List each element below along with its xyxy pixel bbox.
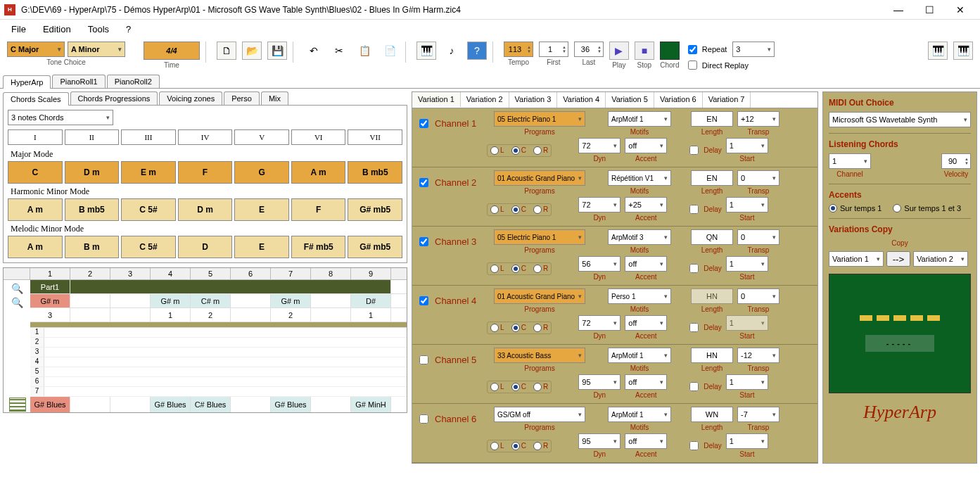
chord-Bmb5[interactable]: B mb5 — [65, 198, 120, 221]
motif-combo-2[interactable]: Répétition V1▾ — [608, 170, 671, 186]
transp-combo-2[interactable]: 0▾ — [737, 170, 779, 186]
roman-VI[interactable]: VI — [291, 129, 346, 145]
keyboard1-button[interactable]: 🎹 — [928, 42, 948, 60]
channel-enable-5[interactable] — [419, 355, 428, 364]
pan-l-1[interactable] — [490, 146, 499, 155]
length-combo-5[interactable]: HN — [691, 348, 733, 363]
delay-check-2[interactable] — [689, 205, 699, 214]
program-combo-2[interactable]: 01 Acoustic Grand Piano▾ — [494, 170, 585, 186]
chord-Am[interactable]: A m — [8, 198, 63, 221]
variation-tab-6[interactable]: Variation 6 — [654, 92, 703, 108]
new-button[interactable]: 🗋 — [217, 42, 236, 60]
length-combo-3[interactable]: QN — [691, 229, 733, 245]
chord-E[interactable]: E — [234, 198, 289, 221]
chord-F[interactable]: F — [291, 198, 346, 221]
minimize-button[interactable]: — — [883, 0, 914, 20]
pan-r-5[interactable] — [533, 383, 542, 391]
repeat-check[interactable] — [688, 45, 697, 54]
roman-VII[interactable]: VII — [348, 129, 402, 145]
ladder-icon[interactable] — [9, 398, 26, 412]
chord-Bm[interactable]: B m — [65, 236, 120, 258]
pan-l-4[interactable] — [490, 324, 499, 332]
chord-Dm[interactable]: D m — [178, 198, 233, 221]
cut-button[interactable]: ✂ — [329, 42, 349, 60]
delay-check-5[interactable] — [689, 382, 699, 391]
start-combo-6[interactable]: 1▾ — [726, 433, 768, 449]
start-combo-4[interactable]: 1▾ — [726, 315, 768, 331]
channel-enable-4[interactable] — [419, 296, 428, 305]
menu-help[interactable]: ? — [126, 24, 131, 34]
grid-cell[interactable]: C# m — [191, 294, 231, 307]
blues-cell[interactable]: C# Blues — [191, 397, 231, 412]
accent-combo-3[interactable]: off▾ — [625, 256, 667, 272]
blues-cell[interactable]: G# Blues — [30, 397, 70, 412]
program-combo-3[interactable]: 05 Electric Piano 1▾ — [494, 229, 585, 245]
copy-to-combo[interactable]: Variation 2▾ — [913, 251, 968, 267]
pan-r-3[interactable] — [533, 265, 542, 273]
grid-cell[interactable]: 1 — [151, 308, 191, 322]
menu-edition[interactable]: Edition — [43, 24, 71, 34]
motif-combo-1[interactable]: ArpMotif 1▾ — [608, 111, 671, 127]
dyn-combo-1[interactable]: 72▾ — [578, 138, 621, 153]
chord-Bmb5[interactable]: B mb5 — [348, 161, 402, 184]
variation-tab-2[interactable]: Variation 2 — [461, 92, 509, 108]
length-combo-4[interactable]: HN — [691, 288, 733, 304]
chord-type-combo[interactable]: 3 notes Chords▾ — [8, 110, 113, 125]
chord-C[interactable]: C — [8, 161, 63, 184]
variation-tab-3[interactable]: Variation 3 — [509, 92, 558, 108]
channel-enable-2[interactable] — [419, 178, 428, 187]
pan-l-3[interactable] — [490, 265, 499, 273]
grid-cell[interactable] — [311, 294, 351, 307]
blues-cell[interactable] — [110, 397, 151, 412]
note-button[interactable]: ♪ — [442, 42, 462, 60]
pan-l-6[interactable] — [490, 442, 499, 450]
pan-c-2[interactable] — [511, 205, 520, 214]
roman-III[interactable]: III — [121, 129, 176, 145]
blues-cell[interactable]: G# Blues — [151, 397, 191, 412]
paste-button[interactable]: 📄 — [380, 42, 400, 60]
transp-combo-1[interactable]: +12▾ — [737, 111, 779, 127]
grid-cell[interactable] — [110, 308, 151, 322]
grid-cell[interactable]: G# m — [151, 294, 191, 307]
pan-r-2[interactable] — [533, 205, 542, 214]
grid-cell[interactable] — [311, 308, 351, 322]
tab-hyperarp[interactable]: HyperArp — [3, 75, 51, 89]
help-button[interactable]: ? — [467, 42, 487, 60]
transp-combo-6[interactable]: -7▾ — [737, 407, 779, 422]
accent-opt1-radio[interactable] — [829, 204, 837, 212]
dyn-combo-6[interactable]: 95▾ — [578, 433, 621, 449]
grid-cell[interactable]: 1 — [351, 308, 391, 322]
delay-check-4[interactable] — [689, 323, 699, 332]
grid-cell[interactable] — [231, 294, 271, 307]
chord-Am[interactable]: A m — [8, 236, 63, 258]
piano-button[interactable]: 🎹 — [416, 42, 436, 60]
chord-F[interactable]: F — [178, 161, 233, 184]
grid-cell[interactable]: G# m — [271, 294, 311, 307]
midi-out-combo[interactable]: Microsoft GS Wavetable Synth▾ — [829, 112, 971, 127]
motif-combo-5[interactable]: ArpMotif 1▾ — [608, 348, 671, 363]
accent-combo-4[interactable]: off▾ — [625, 315, 667, 331]
repeat-count[interactable]: 3▾ — [732, 42, 775, 57]
grid-cell[interactable]: 2 — [271, 308, 311, 322]
menu-tools[interactable]: Tools — [88, 24, 109, 34]
time-signature[interactable]: 4/4 — [144, 42, 200, 60]
transp-combo-5[interactable]: -12▾ — [737, 348, 779, 363]
zoom-out-icon[interactable]: 🔍 — [11, 297, 23, 308]
grid-cell[interactable] — [70, 294, 110, 307]
pan-r-1[interactable] — [533, 146, 542, 155]
accent-combo-5[interactable]: off▾ — [625, 374, 667, 390]
tab-pianoroll1[interactable]: PianoRoll1 — [52, 75, 105, 88]
zoom-in-icon[interactable]: 🔍 — [11, 283, 23, 294]
pan-r-6[interactable] — [533, 442, 542, 450]
delay-check-6[interactable] — [689, 441, 699, 450]
accent-opt2-radio[interactable] — [893, 204, 901, 212]
length-combo-6[interactable]: WN — [691, 407, 733, 422]
blues-cell[interactable]: G# Blues — [271, 397, 311, 412]
pan-c-6[interactable] — [511, 442, 520, 450]
blues-cell[interactable] — [70, 397, 110, 412]
dyn-combo-3[interactable]: 56▾ — [578, 256, 621, 272]
roman-I[interactable]: I — [8, 129, 63, 145]
start-combo-2[interactable]: 1▾ — [726, 197, 768, 212]
grid-cell[interactable]: G# m — [30, 294, 70, 307]
accent-combo-6[interactable]: off▾ — [625, 433, 667, 449]
